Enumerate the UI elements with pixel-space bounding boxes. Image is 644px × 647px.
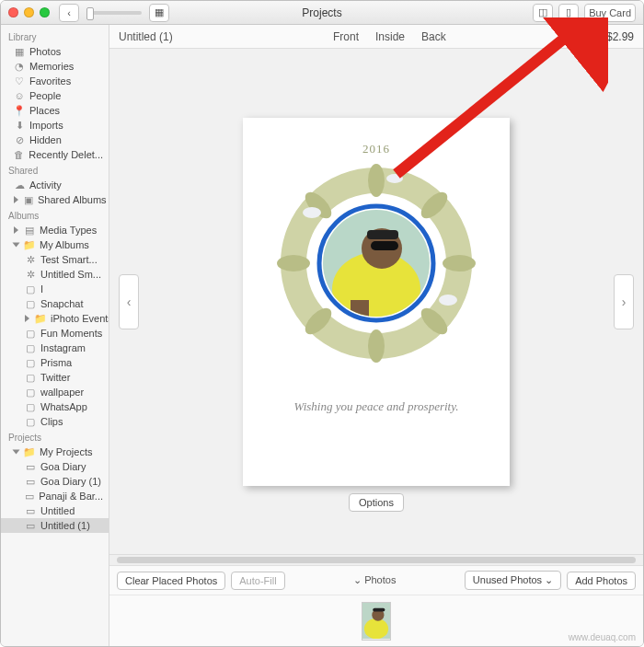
horizontal-scrollbar[interactable]	[109, 555, 643, 566]
disclosure-icon[interactable]	[25, 315, 29, 322]
sidebar-item-twitter[interactable]: ▢Twitter	[1, 370, 109, 385]
sidebar-item-hidden[interactable]: ⊘Hidden	[1, 133, 109, 147]
sidebar-item-places[interactable]: 📍Places	[1, 103, 109, 118]
book-icon: ▭	[25, 520, 36, 531]
svg-rect-23	[373, 607, 385, 611]
photo-tray	[109, 595, 643, 646]
tab-front[interactable]: Front	[333, 30, 359, 43]
sidebar-item-album-i[interactable]: ▢I	[1, 282, 109, 296]
add-photos-button[interactable]: Add Photos	[567, 572, 636, 590]
folder-icon: 📁	[24, 239, 35, 250]
sidebar-item-goa-diary[interactable]: ▭Goa Diary	[1, 459, 109, 474]
clear-placed-photos-button[interactable]: Clear Placed Photos	[117, 572, 225, 590]
sidebar-item-wallpaper[interactable]: ▢wallpaper	[1, 385, 109, 399]
sidebar-item-media-types[interactable]: ▤Media Types	[1, 223, 109, 237]
price-label: $2.99	[606, 30, 634, 43]
sidebar-item-my-projects[interactable]: 📁My Projects	[1, 445, 109, 459]
watermark: www.deuaq.com	[569, 632, 636, 642]
card-options-button[interactable]: Options	[349, 493, 404, 512]
page-next-button[interactable]: ›	[614, 274, 634, 329]
project-title: Untitled (1)	[119, 30, 173, 43]
svg-rect-18	[367, 230, 398, 239]
sidebar-item-iphoto-events[interactable]: 📁iPhoto Events	[1, 311, 109, 326]
device-icon: ▯	[566, 6, 571, 18]
hidden-icon: ⊘	[14, 134, 25, 145]
tab-inside[interactable]: Inside	[375, 30, 405, 43]
photos-tray-toggle[interactable]: ⌄ Photos	[291, 574, 459, 586]
folder-icon: 📁	[24, 446, 35, 457]
sidebar-item-prisma[interactable]: ▢Prisma	[1, 355, 109, 370]
close-window-button[interactable]	[8, 7, 18, 17]
sidebar-item-people[interactable]: ☺People	[1, 88, 109, 103]
sidebar-item-imports[interactable]: ⬇Imports	[1, 118, 109, 133]
photo-thumbnail[interactable]	[362, 602, 391, 641]
minimize-window-button[interactable]	[24, 7, 34, 17]
device-button[interactable]: ▯	[558, 4, 579, 22]
bottom-bar: Clear Placed Photos Auto-Fill ⌄ Photos U…	[109, 554, 643, 646]
trash-icon: 🗑	[14, 149, 24, 160]
zoom-slider[interactable]	[86, 11, 142, 15]
svg-rect-19	[371, 241, 398, 250]
sidebar-section-albums: Albums	[1, 207, 109, 223]
disclosure-icon[interactable]	[13, 243, 20, 248]
sidebar-item-instagram[interactable]: ▢Instagram	[1, 341, 109, 355]
album-icon: ▢	[25, 387, 36, 398]
auto-fill-button[interactable]: Auto-Fill	[231, 572, 284, 590]
sidebar-item-memories[interactable]: ◔Memories	[1, 59, 109, 74]
thumbnail-size-button[interactable]: ▦	[149, 4, 169, 22]
layout-toggle-button[interactable]: ◫	[533, 4, 553, 22]
disclosure-icon[interactable]	[13, 450, 20, 455]
card-front[interactable]: 2016	[243, 118, 510, 486]
titlebar: ‹ ▦ Projects ◫ ▯ Buy Card	[1, 1, 643, 25]
sidebar-item-recently-deleted[interactable]: 🗑Recently Delet...	[1, 147, 109, 162]
chevron-down-icon: ⌄	[353, 574, 362, 585]
smart-album-icon: ✲	[25, 269, 36, 280]
buy-card-button[interactable]: Buy Card	[584, 4, 636, 22]
sidebar-item-shared-albums[interactable]: ▣Shared Albums	[1, 192, 109, 207]
book-icon: ▭	[25, 476, 36, 487]
fullscreen-window-button[interactable]	[40, 7, 50, 17]
sidebar-item-test-smart[interactable]: ✲Test Smart...	[1, 252, 109, 267]
unused-photos-dropdown[interactable]: Unused Photos ⌄	[465, 571, 561, 590]
book-icon: ▭	[25, 491, 34, 502]
sidebar-item-untitled[interactable]: ▭Untitled	[1, 503, 109, 518]
page-prev-button[interactable]: ‹	[119, 274, 139, 329]
svg-point-3	[443, 255, 476, 272]
sidebar-item-photos[interactable]: ▦Photos	[1, 44, 109, 59]
disclosure-icon[interactable]	[14, 196, 18, 203]
imports-icon: ⬇	[14, 120, 25, 131]
back-button[interactable]: ‹	[59, 4, 79, 22]
sidebar-item-whatsapp[interactable]: ▢WhatsApp	[1, 399, 109, 414]
sidebar-item-activity[interactable]: ☁Activity	[1, 178, 109, 192]
sidebar-item-panaji[interactable]: ▭Panaji & Bar...	[1, 489, 109, 503]
tab-back[interactable]: Back	[421, 30, 446, 43]
sidebar-item-my-albums[interactable]: 📁My Albums	[1, 237, 109, 252]
svg-point-9	[303, 207, 321, 218]
window-title: Projects	[302, 6, 341, 19]
album-icon: ▢	[25, 298, 36, 309]
sidebar-item-fun-moments[interactable]: ▢Fun Moments	[1, 326, 109, 341]
sidebar-item-untitled-1[interactable]: ▭Untitled (1)	[1, 518, 109, 533]
memories-icon: ◔	[14, 61, 25, 72]
main-area: Untitled (1) Front Inside Back $2.99 ‹ ›…	[109, 25, 643, 646]
album-icon: ▢	[25, 283, 36, 295]
sidebar-item-favorites[interactable]: ♡Favorites	[1, 74, 109, 88]
sidebar: Library ▦Photos ◔Memories ♡Favorites ☺Pe…	[1, 25, 109, 646]
people-icon: ☺	[14, 90, 25, 101]
svg-point-21	[364, 618, 388, 639]
sidebar-item-snapchat[interactable]: ▢Snapchat	[1, 296, 109, 311]
card-wreath	[275, 162, 477, 364]
sidebar-item-clips[interactable]: ▢Clips	[1, 414, 109, 429]
sidebar-item-goa-diary-1[interactable]: ▭Goa Diary (1)	[1, 474, 109, 489]
window-controls	[8, 7, 50, 17]
album-icon: ▢	[25, 416, 36, 427]
chevron-down-icon: ⌄	[545, 574, 553, 585]
svg-point-1	[368, 164, 385, 197]
album-icon: ▢	[25, 401, 36, 412]
album-icon: ▢	[25, 328, 36, 339]
sidebar-item-untitled-smart[interactable]: ✲Untitled Sm...	[1, 267, 109, 282]
svg-point-5	[368, 329, 385, 363]
card-message: Wishing you peace and prosperity.	[294, 399, 459, 414]
grid-icon: ▦	[155, 6, 164, 18]
disclosure-icon[interactable]	[14, 226, 18, 234]
